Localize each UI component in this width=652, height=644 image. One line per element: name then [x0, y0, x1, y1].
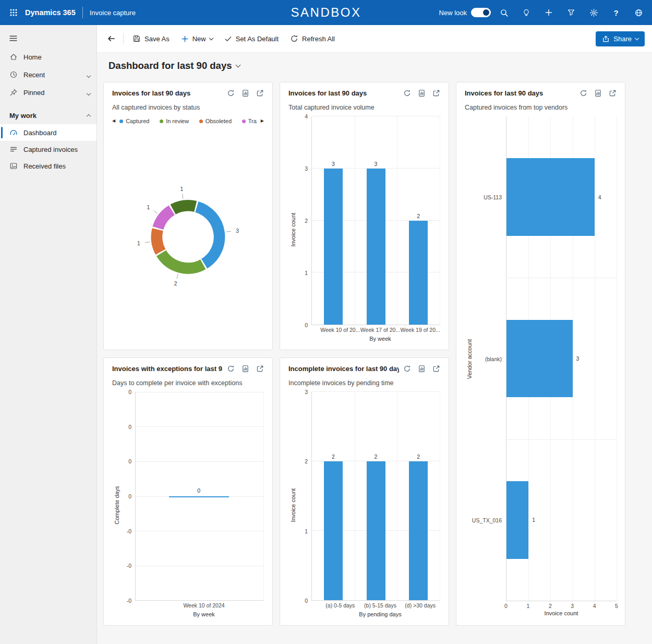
bar[interactable] — [506, 158, 595, 235]
app-launcher-icon[interactable] — [4, 3, 23, 22]
back-icon[interactable] — [102, 30, 120, 47]
globe-icon[interactable] — [629, 3, 648, 22]
x-categories: Week 10 of 20...Week 17 of 20...Week 19 … — [297, 325, 440, 334]
y-category-label: US-113 — [474, 116, 506, 278]
view-records-icon[interactable] — [242, 89, 249, 97]
card-top-vendors: Invoices for last 90 days Captured invoi… — [456, 82, 625, 626]
search-icon[interactable] — [494, 3, 513, 22]
refresh-icon[interactable] — [403, 89, 411, 97]
sitemap-collapse-icon[interactable] — [0, 28, 96, 48]
app-name[interactable]: Invoice capture — [90, 9, 136, 17]
help-icon[interactable]: ? — [607, 3, 625, 22]
new-plus-icon — [181, 35, 189, 43]
refresh-icon[interactable] — [579, 89, 587, 97]
expand-chart-icon[interactable] — [432, 89, 440, 97]
environment-banner: SANDBOX — [291, 5, 361, 20]
sidebar-item-home[interactable]: Home — [0, 48, 96, 66]
donut-chart: 32111 — [112, 150, 264, 323]
bar[interactable] — [324, 461, 343, 600]
donut-area: 32111 — [112, 129, 264, 343]
legend-item[interactable]: Captured — [119, 118, 149, 124]
x-category-label: Week 10 of 2024 — [144, 602, 264, 609]
donut-segment[interactable] — [173, 205, 196, 209]
bar-column: 2 — [355, 392, 397, 600]
y-ticks: 0000-0-0-0 — [121, 392, 135, 601]
donut-segment[interactable] — [158, 210, 172, 228]
donut-segment[interactable] — [161, 253, 203, 268]
status-donut-chart: 32111 — [112, 129, 264, 343]
expand-chart-icon[interactable] — [609, 89, 617, 97]
data-line[interactable] — [169, 496, 229, 497]
donut-segment[interactable] — [197, 207, 219, 264]
pin-icon — [9, 88, 18, 97]
refresh-icon[interactable] — [227, 365, 235, 373]
legend-scroll-right-icon[interactable]: ▶ — [261, 119, 264, 123]
y-axis-title: Invoice count — [288, 116, 297, 343]
y-tick: 0 — [128, 493, 131, 499]
sidebar-item-pinned[interactable]: Pinned — [0, 84, 96, 101]
card-invoice-volume: Invoices for last 90 days Total captured… — [280, 82, 449, 350]
share-icon — [602, 35, 610, 43]
toggle-knob — [483, 9, 489, 16]
bar[interactable] — [506, 481, 528, 558]
chevron-down-icon[interactable] — [87, 71, 90, 79]
bar[interactable] — [409, 461, 428, 600]
sidebar-item-label: Home — [23, 53, 42, 61]
expand-chart-icon[interactable] — [256, 365, 264, 373]
save-as-icon — [132, 34, 141, 43]
refresh-icon[interactable] — [403, 365, 411, 373]
expand-chart-icon[interactable] — [432, 365, 440, 373]
bar[interactable] — [367, 169, 385, 325]
gear-icon[interactable] — [584, 3, 603, 22]
refresh-icon[interactable] — [227, 89, 235, 97]
y-tick: 2 — [305, 218, 308, 224]
sidebar-section-label: My work — [9, 112, 37, 120]
x-category-label: (b) 5-15 days — [360, 602, 401, 609]
gridline — [136, 531, 263, 531]
view-records-icon[interactable] — [418, 365, 426, 373]
view-records-icon[interactable] — [594, 89, 602, 97]
sidebar-section-my-work[interactable]: My work — [0, 106, 96, 124]
sidebar-item-dashboard[interactable]: Dashboard — [0, 124, 96, 141]
brand-logo[interactable]: Dynamics 365 — [25, 8, 76, 17]
new-button[interactable]: New — [175, 30, 219, 47]
sidebar-item-recent[interactable]: Recent — [0, 66, 96, 84]
x-ticks: 012345 — [506, 601, 617, 610]
plot-area: 431 — [506, 116, 617, 601]
bar[interactable] — [506, 320, 573, 397]
save-as-button[interactable]: Save As — [127, 30, 175, 47]
card-title: Invoices for last 90 days — [465, 89, 575, 97]
donut-segment[interactable] — [156, 229, 160, 252]
lightbulb-icon[interactable] — [517, 3, 536, 22]
bar-column: 2 — [397, 392, 440, 600]
bar[interactable] — [367, 461, 385, 600]
bar[interactable] — [409, 221, 428, 325]
bar-column: 2 — [312, 392, 355, 600]
image-icon — [9, 162, 18, 170]
view-records-icon[interactable] — [418, 89, 426, 97]
share-button[interactable]: Share — [596, 31, 645, 46]
view-records-icon[interactable] — [242, 365, 249, 373]
bar-band: 3 — [506, 278, 617, 439]
expand-chart-icon[interactable] — [256, 89, 264, 97]
bar[interactable] — [324, 169, 343, 325]
sidebar-item-captured-invoices[interactable]: Captured invoices — [0, 141, 96, 158]
plus-icon[interactable] — [539, 3, 558, 22]
bar-value-label: 2 — [417, 213, 420, 219]
legend-item[interactable]: In review — [160, 118, 189, 124]
dashboard-selector[interactable]: Dashboard for last 90 days — [108, 60, 646, 71]
chart-main: 0000-0-0-00Week 10 of 2024By week — [121, 392, 264, 618]
sidebar-item-received-files[interactable]: Received files — [0, 158, 96, 174]
y-tick: -0 — [127, 563, 131, 569]
legend-item[interactable]: Tra — [242, 118, 257, 124]
filter-icon[interactable] — [562, 3, 581, 22]
checkmark-icon — [224, 35, 232, 43]
legend-item[interactable]: Obsoleted — [199, 118, 232, 124]
chevron-up-icon[interactable] — [87, 112, 90, 120]
set-as-default-button[interactable]: Set As Default — [219, 30, 284, 47]
chevron-down-icon[interactable] — [87, 89, 90, 97]
y-tick: 0 — [128, 458, 131, 464]
x-categories: Week 10 of 2024 — [121, 601, 264, 610]
refresh-all-button[interactable]: Refresh All — [284, 30, 341, 47]
new-look-toggle[interactable] — [471, 8, 491, 17]
